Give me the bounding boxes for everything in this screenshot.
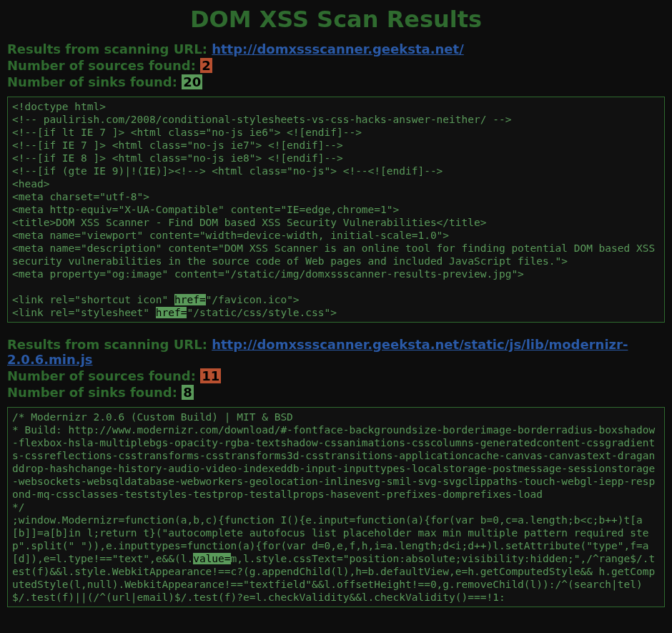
sink-highlight: value= [193,553,230,564]
sink-highlight: href= [156,307,187,318]
sink-highlight: href= [174,294,206,305]
sources-found-line: Number of sources found: 11 [7,368,665,383]
sinks-count: 8 [182,385,194,400]
scanned-url-link[interactable]: http://domxssscanner.geeksta.net/ [212,41,464,57]
sources-count: 11 [200,368,221,383]
sources-found-line: Number of sources found: 2 [7,58,665,73]
sinks-count: 20 [182,74,202,89]
scanned-url-link[interactable]: http://domxssscanner.geeksta.net/static/… [7,337,628,367]
sinks-found-line: Number of sinks found: 8 [7,385,665,400]
sources-count: 2 [200,58,212,73]
scan-url-line: Results from scanning URL: http://domxss… [7,337,665,367]
page-title: DOM XSS Scan Results [7,6,665,33]
source-code-block: /* Modernizr 2.0.6 (Custom Build) | MIT … [7,407,665,607]
scan-url-line: Results from scanning URL: http://domxss… [7,41,665,57]
sinks-found-line: Number of sinks found: 20 [7,74,665,89]
source-code-block: <!doctype html> <!-- paulirish.com/2008/… [7,97,665,323]
